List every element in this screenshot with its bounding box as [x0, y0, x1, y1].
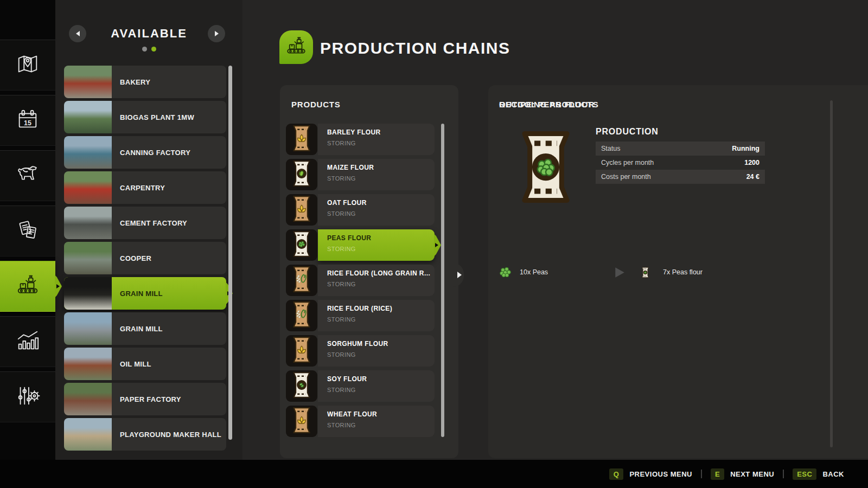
product-status: STORING: [327, 175, 435, 182]
product-list-item[interactable]: RICE FLOUR (LONG GRAIN R... STORING: [286, 265, 435, 296]
product-status: STORING: [327, 387, 435, 393]
sidebar-item-contracts[interactable]: [0, 206, 55, 256]
products-panel-expander[interactable]: [453, 263, 464, 287]
bag-peas-icon: [290, 230, 313, 260]
product-list-item[interactable]: BARLEY FLOUR STORING: [286, 124, 435, 155]
footer-divider: [701, 470, 702, 478]
building-label: BIOGAS PLANT 1MW: [112, 113, 194, 121]
outgoing-scrollbar[interactable]: [830, 100, 833, 447]
sidebar-item-statistics[interactable]: [0, 316, 55, 367]
building-thumbnail: [64, 66, 112, 98]
sidebar-item-animals[interactable]: [0, 150, 55, 201]
map-icon: [15, 52, 40, 79]
building-label: CANNING FACTORY: [112, 149, 190, 157]
product-title: SORGHUM FLOUR: [327, 340, 435, 348]
building-list-item[interactable]: BAKERY: [64, 66, 226, 98]
contracts-icon: [15, 217, 40, 245]
available-next-button[interactable]: [208, 25, 225, 42]
building-list-item[interactable]: CEMENT FACTORY: [64, 207, 226, 239]
bag-soy-icon: [290, 371, 313, 401]
settings-icon: [15, 383, 40, 410]
production-stat-row: Cycles per month 1200: [596, 156, 765, 170]
product-list-item[interactable]: SORGHUM FLOUR STORING: [286, 335, 435, 367]
key-cap: E: [711, 468, 724, 480]
recipe-input-label: 10x Peas: [520, 264, 548, 280]
product-list-item[interactable]: MAIZE FLOUR STORING: [286, 159, 435, 190]
building-list-item[interactable]: PAPER FACTORY: [64, 383, 226, 415]
building-label: BAKERY: [112, 78, 150, 86]
product-status: STORING: [327, 140, 435, 146]
available-prev-button[interactable]: [69, 25, 86, 42]
hotkey-hint-esc[interactable]: ESC BACK: [793, 468, 844, 480]
building-list-item[interactable]: PLAYGROUND MAKER HALL: [64, 418, 226, 451]
footer-divider: [783, 470, 784, 478]
product-status: STORING: [327, 281, 435, 287]
building-list: BAKERY BIOGAS PLANT 1MW CANNING FACTORY …: [64, 66, 226, 453]
product-list-item[interactable]: RICE FLOUR (RICE) STORING: [286, 300, 435, 331]
building-thumbnail: [64, 312, 112, 345]
stat-label: Status: [601, 145, 620, 152]
sidebar-item-settings[interactable]: [0, 371, 55, 422]
building-list-item[interactable]: CANNING FACTORY: [64, 136, 226, 169]
recipe-title: RECIPE: PEAS FLOUR: [499, 100, 595, 109]
hotkey-hint-q[interactable]: Q PREVIOUS MENU: [609, 468, 692, 480]
product-list-item[interactable]: OAT FLOUR STORING: [286, 194, 435, 226]
page-dot-2[interactable]: [151, 47, 156, 52]
product-title: BARLEY FLOUR: [327, 129, 435, 136]
building-label: OIL MILL: [112, 360, 151, 368]
production-heading: PRODUCTION: [596, 127, 659, 137]
products-title: PRODUCTS: [291, 100, 341, 109]
recipe-output-label: 7x Peas flour: [663, 264, 703, 280]
buildings-scrollbar[interactable]: [228, 66, 232, 440]
chevron-right-icon: [457, 272, 462, 278]
building-label: PLAYGROUND MAKER HALL: [112, 431, 221, 439]
stat-value: 24 €: [746, 173, 760, 181]
product-list-item[interactable]: WHEAT FLOUR STORING: [286, 406, 435, 437]
hotkey-hint-e[interactable]: E NEXT MENU: [711, 468, 774, 480]
products-scrollbar[interactable]: [441, 124, 444, 437]
recipe-arrow-icon: [612, 264, 627, 280]
building-label: CEMENT FACTORY: [112, 219, 187, 227]
building-list-item[interactable]: BIOGAS PLANT 1MW: [64, 101, 226, 133]
stat-label: Cycles per month: [601, 159, 654, 166]
building-thumbnail: [64, 418, 112, 451]
page-dot-1[interactable]: [142, 47, 147, 52]
building-list-item[interactable]: CARPENTRY: [64, 171, 226, 204]
production-stat-row: Status Running: [596, 142, 765, 156]
product-list-item[interactable]: SOY FLOUR STORING: [286, 370, 435, 402]
sidebar-item-map[interactable]: [0, 40, 55, 91]
building-thumbnail: [64, 277, 112, 310]
svg-text:15: 15: [24, 119, 31, 127]
stat-value: Running: [732, 145, 760, 152]
building-thumbnail: [64, 242, 112, 274]
bag-grain-icon: [290, 125, 313, 154]
product-status: STORING: [327, 422, 435, 428]
peas-icon: [498, 264, 513, 280]
bag-rice-icon: [290, 301, 313, 330]
sidebar-item-calendar[interactable]: 15: [0, 95, 55, 146]
calendar-icon: 15: [15, 107, 40, 134]
recipe-row: 10x Peas 7x Peas flour: [488, 264, 868, 280]
available-page-dots[interactable]: [55, 47, 242, 52]
product-title: RICE FLOUR (LONG GRAIN R...: [327, 269, 435, 277]
building-thumbnail: [64, 171, 112, 204]
production-stats-table: Status Running Cycles per month 1200 Cos…: [596, 142, 765, 184]
production-icon: [15, 273, 40, 300]
cow-icon: [15, 162, 40, 189]
available-panel: AVAILABLE BAKERY BIOGAS PLANT 1MW CANNIN…: [55, 0, 242, 488]
building-label: GRAIN MILL: [112, 290, 163, 298]
bag-rice-icon: [290, 266, 313, 295]
building-list-item[interactable]: OIL MILL: [64, 348, 226, 380]
building-list-item[interactable]: GRAIN MILL: [64, 277, 226, 310]
key-cap: Q: [609, 468, 624, 480]
main-nav-sidebar: 15: [0, 0, 55, 488]
key-action-label: PREVIOUS MENU: [629, 470, 692, 478]
page-title: PRODUCTION CHAINS: [320, 39, 510, 57]
production-stat-row: Costs per month 24 €: [596, 170, 765, 184]
stat-value: 1200: [744, 159, 760, 166]
product-list-item[interactable]: PEAS FLOUR STORING: [286, 229, 435, 261]
bag-grain-icon: [290, 195, 313, 224]
building-list-item[interactable]: COOPER: [64, 242, 226, 274]
sidebar-item-production[interactable]: [0, 261, 55, 312]
building-list-item[interactable]: GRAIN MILL: [64, 312, 226, 345]
